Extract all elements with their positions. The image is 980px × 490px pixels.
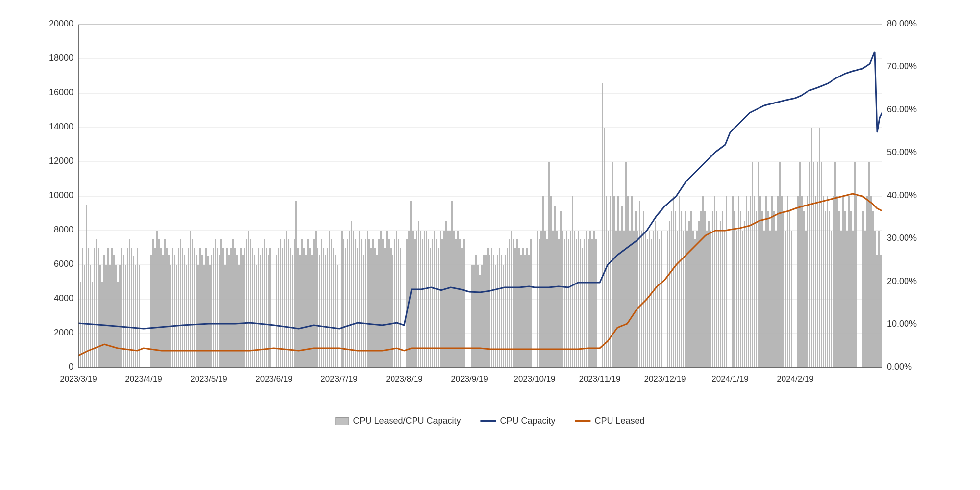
svg-rect-126: [244, 248, 245, 368]
svg-rect-181: [359, 231, 360, 368]
svg-rect-161: [317, 248, 318, 368]
svg-rect-408: [836, 196, 838, 368]
svg-rect-336: [686, 231, 688, 368]
svg-rect-329: [673, 196, 674, 368]
svg-rect-177: [351, 221, 352, 368]
svg-rect-313: [637, 231, 638, 368]
svg-rect-386: [789, 211, 790, 368]
legend-label-leased: CPU Leased: [595, 416, 645, 426]
svg-rect-281: [570, 231, 571, 368]
svg-rect-285: [578, 231, 579, 368]
svg-rect-206: [412, 231, 414, 368]
svg-rect-88: [170, 265, 172, 368]
svg-rect-260: [524, 255, 526, 368]
svg-rect-312: [635, 211, 637, 368]
svg-rect-402: [825, 211, 826, 368]
svg-rect-225: [449, 231, 451, 368]
legend-item-capacity: CPU Capacity: [481, 416, 556, 426]
svg-rect-146: [288, 239, 289, 368]
svg-rect-424: [872, 211, 874, 368]
svg-rect-112: [217, 248, 218, 368]
svg-rect-149: [294, 239, 295, 368]
svg-rect-121: [234, 248, 236, 368]
svg-rect-418: [856, 196, 858, 368]
svg-rect-378: [773, 211, 775, 368]
svg-rect-422: [868, 162, 870, 368]
svg-rect-405: [831, 231, 832, 368]
svg-rect-272: [552, 231, 554, 368]
svg-rect-304: [619, 231, 621, 368]
svg-rect-182: [361, 239, 362, 368]
svg-rect-192: [380, 231, 382, 368]
svg-rect-89: [172, 248, 173, 368]
svg-text:2023/11/19: 2023/11/19: [579, 374, 620, 384]
svg-rect-97: [188, 248, 189, 368]
svg-rect-344: [702, 196, 704, 368]
svg-rect-339: [692, 231, 694, 368]
svg-rect-355: [724, 231, 725, 368]
svg-rect-274: [556, 231, 558, 368]
svg-rect-220: [440, 231, 441, 368]
svg-rect-233: [471, 265, 473, 368]
svg-rect-187: [370, 248, 372, 368]
svg-rect-196: [388, 239, 390, 368]
svg-rect-401: [823, 196, 824, 368]
svg-rect-332: [679, 196, 680, 368]
svg-rect-337: [688, 221, 690, 368]
svg-rect-52: [90, 265, 91, 368]
svg-rect-282: [572, 196, 573, 368]
svg-rect-331: [677, 231, 678, 368]
svg-rect-56: [98, 248, 99, 368]
svg-rect-69: [123, 255, 124, 368]
svg-rect-406: [833, 196, 834, 368]
svg-rect-189: [374, 248, 376, 368]
legend-item-leased: CPU Leased: [575, 416, 645, 426]
svg-rect-224: [447, 231, 449, 368]
svg-rect-361: [740, 211, 741, 368]
svg-rect-59: [103, 255, 105, 368]
svg-rect-65: [115, 265, 117, 368]
chart-area: 0 2000 4000 6000 8000 10000 12000 14000 …: [39, 15, 941, 431]
svg-rect-200: [396, 231, 397, 368]
svg-rect-410: [840, 231, 842, 368]
svg-rect-395: [811, 128, 812, 368]
svg-rect-205: [410, 201, 412, 368]
svg-rect-115: [222, 248, 224, 368]
svg-rect-111: [215, 239, 216, 368]
svg-rect-134: [260, 255, 261, 368]
svg-text:2023/5/19: 2023/5/19: [190, 374, 227, 384]
svg-rect-253: [511, 231, 512, 368]
svg-rect-222: [443, 231, 445, 368]
svg-rect-215: [430, 248, 431, 368]
svg-text:2023/10/19: 2023/10/19: [514, 374, 555, 384]
svg-text:2000: 2000: [54, 328, 74, 337]
svg-rect-385: [787, 196, 788, 368]
svg-text:16000: 16000: [49, 87, 74, 97]
svg-rect-66: [117, 282, 119, 368]
svg-rect-315: [641, 231, 642, 368]
svg-rect-323: [657, 231, 658, 368]
svg-rect-85: [164, 239, 166, 368]
svg-text:2023/7/19: 2023/7/19: [320, 374, 358, 384]
svg-rect-414: [848, 196, 850, 368]
svg-rect-120: [232, 239, 234, 368]
svg-text:70.00%: 70.00%: [887, 61, 917, 71]
svg-rect-86: [166, 248, 168, 368]
svg-text:2023/12/19: 2023/12/19: [644, 374, 686, 384]
svg-rect-106: [205, 248, 207, 368]
svg-rect-210: [420, 231, 421, 368]
svg-rect-426: [876, 255, 878, 368]
chart-svg: 0 2000 4000 6000 8000 10000 12000 14000 …: [39, 15, 941, 431]
svg-rect-217: [434, 231, 435, 368]
svg-text:60.00%: 60.00%: [887, 104, 917, 114]
svg-text:2024/1/19: 2024/1/19: [711, 374, 749, 384]
svg-rect-114: [220, 239, 222, 368]
svg-rect-287: [582, 248, 583, 368]
svg-text:2023/6/19: 2023/6/19: [255, 374, 293, 384]
svg-rect-234: [473, 265, 475, 368]
svg-rect-390: [801, 196, 803, 368]
svg-rect-362: [742, 231, 743, 368]
svg-text:2023/4/19: 2023/4/19: [125, 374, 162, 384]
svg-rect-208: [416, 231, 417, 368]
legend-swatch-bars: [335, 417, 349, 425]
